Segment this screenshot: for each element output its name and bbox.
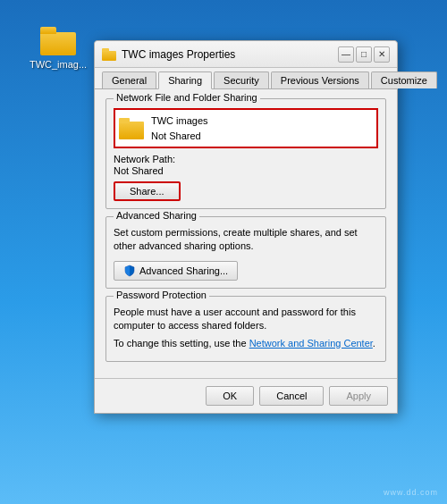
desktop-folder-icon[interactable]: TWC_imag...	[27, 27, 89, 70]
properties-dialog: TWC images Properties — □ ✕ General Shar…	[94, 40, 398, 414]
cancel-button[interactable]: Cancel	[259, 386, 324, 406]
title-bar-left: TWC images Properties	[102, 48, 235, 61]
dialog-footer: OK Cancel Apply	[95, 378, 397, 413]
password-desc: People must have a user account and pass…	[114, 306, 378, 333]
tab-sharing[interactable]: Sharing	[158, 71, 212, 89]
share-button[interactable]: Share...	[114, 181, 181, 201]
advanced-sharing-label: Advanced Sharing	[114, 210, 199, 221]
advanced-sharing-btn-label: Advanced Sharing...	[139, 265, 228, 276]
desktop-icon-label: TWC_imag...	[30, 59, 87, 70]
network-sharing-center-link[interactable]: Network and Sharing Center	[249, 338, 373, 349]
network-path-value: Not Shared	[114, 165, 378, 176]
password-protection-label: Password Protection	[114, 290, 209, 300]
title-bar-folder-icon	[102, 48, 116, 61]
password-protection-group: Password Protection People must have a u…	[105, 296, 386, 362]
tab-customize[interactable]: Customize	[371, 71, 437, 88]
dialog-title: TWC images Properties	[122, 48, 235, 61]
password-desc-text: People must have a user account and pass…	[114, 307, 356, 331]
close-button[interactable]: ✕	[374, 46, 390, 63]
tab-general[interactable]: General	[102, 71, 156, 88]
advanced-sharing-group: Advanced Sharing Set custom permissions,…	[105, 216, 386, 289]
share-folder-icon	[119, 118, 144, 139]
watermark: www.dd.com	[384, 488, 438, 497]
folder-icon-graphic	[40, 27, 76, 55]
desktop: TWC_imag... TWC images Properties — □ ✕ …	[0, 0, 447, 504]
share-folder-status: Not Shared	[151, 129, 208, 144]
tab-previous-versions[interactable]: Previous Versions	[271, 71, 369, 88]
dialog-content: Network File and Folder Sharing TWC imag…	[95, 89, 397, 378]
change-setting-prefix: To change this setting, use the	[114, 338, 249, 349]
tab-security[interactable]: Security	[214, 71, 269, 88]
tabs-bar: General Sharing Security Previous Versio…	[95, 68, 397, 89]
network-sharing-label: Network File and Folder Sharing	[114, 92, 260, 103]
minimize-button[interactable]: —	[338, 46, 354, 63]
maximize-button[interactable]: □	[356, 46, 372, 63]
apply-button[interactable]: Apply	[329, 386, 388, 406]
title-bar: TWC images Properties — □ ✕	[95, 41, 397, 68]
share-item-box: TWC images Not Shared	[114, 108, 378, 148]
ok-button[interactable]: OK	[206, 386, 254, 406]
change-setting-period: .	[373, 338, 375, 349]
password-change-text: To change this setting, use the Network …	[114, 337, 378, 350]
advanced-sharing-desc: Set custom permissions, create multiple …	[114, 226, 378, 254]
share-folder-name: TWC images	[151, 113, 208, 129]
title-bar-controls: — □ ✕	[338, 46, 390, 63]
shield-icon	[123, 265, 136, 277]
network-path-label: Network Path:	[114, 154, 378, 164]
share-item-text: TWC images Not Shared	[151, 113, 208, 143]
network-sharing-group: Network File and Folder Sharing TWC imag…	[105, 98, 386, 209]
advanced-sharing-button[interactable]: Advanced Sharing...	[114, 261, 238, 281]
